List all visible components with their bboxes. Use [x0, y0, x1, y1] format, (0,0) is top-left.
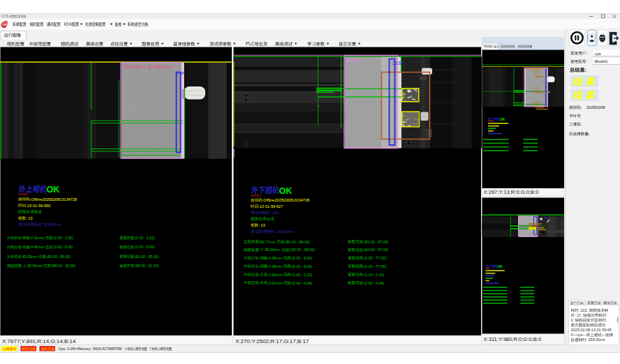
svg-text:-: - — [22, 245, 23, 249]
svg-text:cys: cys — [595, 52, 601, 56]
svg-text:-: - — [259, 273, 260, 277]
svg-text:-: - — [259, 256, 260, 260]
svg-text:0,: 0, — [571, 318, 575, 322]
svg-text::(93.00 - 98.00): :(93.00 - 98.00) — [289, 248, 315, 252]
svg-text:-: - — [22, 236, 23, 240]
svg-text:20250208: 20250208 — [586, 105, 605, 109]
svg-text:OK: OK — [279, 186, 293, 196]
svg-text:0—cys—: 0—cys— — [571, 333, 587, 337]
svg-text:: 13: : 13 — [258, 223, 265, 227]
svg-text:PLC: PLC — [246, 41, 255, 46]
svg-text::(94.00 - 97.00): :(94.00 - 97.00) — [363, 248, 389, 252]
svg-text::(2.00 - 77.00): :(2.00 - 77.00) — [363, 256, 387, 260]
svg-text::(81.00 - 85.00): :(81.00 - 85.00) — [134, 255, 159, 259]
svg-text::(0.00 - 8.00): :(0.00 - 8.00) — [134, 245, 155, 249]
svg-text::(80.00 - 86.00): :(80.00 - 86.00) — [46, 255, 71, 259]
svg-text:AI: AI — [29, 41, 34, 46]
svg-text::13-31-59-650: :13-31-59-650 — [26, 204, 50, 208]
svg-text::(82.00 - 88.00): :(82.00 - 88.00) — [284, 240, 310, 244]
svg-text::93,: :93, — [140, 64, 148, 69]
svg-text:X:7677;Y:891;R:14;G:14;B:14: X:7677;Y:891;R:14;G:14;B:14 — [2, 338, 76, 344]
svg-text::: : — [585, 67, 586, 73]
svg-text:: 166: : 166 — [270, 211, 279, 215]
svg-text:23.60: 23.60 — [392, 61, 404, 66]
svg-text::(89.00 - 91.00): :(89.00 - 91.00) — [134, 264, 159, 268]
svg-text::(2.00 - 3.50): :(2.00 - 3.50) — [52, 236, 73, 240]
svg-text::(0.00 - 9.00): :(0.00 - 9.00) — [291, 264, 313, 268]
svg-text::2.91mm: :2.91mm — [30, 236, 45, 240]
svg-text::4.60mm: :4.60mm — [30, 245, 45, 249]
svg-text:Cpu: 0.0% Memory: 3424.4179687: Cpu: 0.0% Memory: 3424.41796875M — [59, 347, 123, 351]
svg-text::(88.00 - 92.00): :(88.00 - 92.00) — [51, 264, 76, 268]
svg-text:Model1: Model1 — [595, 59, 608, 63]
svg-text:: 183.00ms: : 183.00ms — [274, 229, 294, 234]
svg-text:CYS-: CYS- — [1, 15, 10, 18]
svg-text:AI: AI — [347, 59, 350, 63]
svg-text:-: - — [259, 248, 260, 252]
svg-text:X:270;Y:2502;R:17;G:17;B:17: X:270;Y:2502;R:17;G:17;B:17 — [235, 338, 309, 344]
svg-text::2.61mm: :2.61mm — [267, 281, 283, 285]
svg-text:-: - — [259, 281, 260, 285]
svg-text:X:311;Y:980;R:0;G:0;B:0: X:311;Y:980;R:0;G:0;B:0 — [484, 336, 542, 342]
svg-text::4.38mm: :4.38mm — [267, 256, 283, 260]
svg-text::83.77mm: :83.77mm — [259, 240, 276, 244]
svg-text::(0.00 - 9.00): :(0.00 - 9.00) — [291, 256, 313, 260]
svg-text::(3.00 - 6.00): :(3.00 - 6.00) — [52, 245, 73, 249]
svg-text::T: :T — [27, 193, 29, 196]
svg-text:: 258.00ms: : 258.00ms — [586, 338, 605, 342]
svg-text:X:267;Y:13;R:0;G:0;B:0: X:267;Y:13;R:0;G:0;B:0 — [484, 189, 539, 195]
svg-text:NG: NG — [18, 193, 22, 196]
svg-text::100: :100 — [165, 64, 173, 69]
svg-text:: 258.00ms: : 258.00ms — [42, 222, 61, 227]
svg-text::1.90mm: :1.90mm — [267, 273, 283, 277]
svg-text::4.38mm: :4.38mm — [267, 264, 283, 268]
svg-text::Offline2025020813134728: :Offline2025020813134728 — [263, 198, 309, 202]
svg-text:AI: AI — [258, 211, 263, 215]
svg-text:: 17,: : 17, — [575, 313, 583, 317]
svg-text:: 222,: : 222, — [579, 308, 589, 312]
svg-text:2025:02:08-13:31:59:65: 2025:02:08-13:31:59:65 — [571, 328, 612, 332]
svg-text::(1.10 - 2.10): :(1.10 - 2.10) — [363, 273, 385, 277]
svg-text:3,48: 3,48 — [176, 71, 184, 75]
svg-text::(0.60 - 4.00): :(0.60 - 4.00) — [363, 281, 385, 285]
svg-text::0: :0 — [259, 195, 261, 197]
svg-text::(0.60 - 4.00): :(0.60 - 4.00) — [291, 281, 313, 285]
svg-text::83.05mm: :83.05mm — [22, 255, 39, 259]
svg-text::Offline2025020813134728: :Offline2025020813134728 — [30, 197, 77, 202]
svg-text::(2.00 - 77.00): :(2.00 - 77.00) — [363, 264, 387, 268]
svg-text::13-31-59-627: :13-31-59-627 — [258, 204, 283, 208]
svg-text:: 13: : 13 — [26, 216, 32, 220]
svg-text::(1.00 - 2.20): :(1.00 - 2.20) — [291, 273, 313, 277]
svg-text:OK: OK — [500, 118, 505, 121]
svg-text:—: — — [602, 333, 606, 337]
svg-text:OK: OK — [47, 185, 60, 195]
svg-text:-: - — [22, 264, 23, 268]
svg-text::95.24mm: :95.24mm — [264, 248, 281, 252]
svg-text::(83.00 - 87.00): :(83.00 - 87.00) — [363, 240, 389, 244]
svg-text:OK: OK — [498, 265, 503, 268]
svg-text::(2.20 - 3.20): :(2.20 - 3.20) — [134, 236, 155, 240]
svg-text:NG: NG — [484, 45, 489, 48]
svg-text:-: - — [259, 264, 260, 268]
svg-text:IO: IO — [64, 22, 69, 26]
svg-text:NG: NG — [251, 195, 254, 197]
svg-text::90.56mm: :90.56mm — [27, 264, 44, 268]
